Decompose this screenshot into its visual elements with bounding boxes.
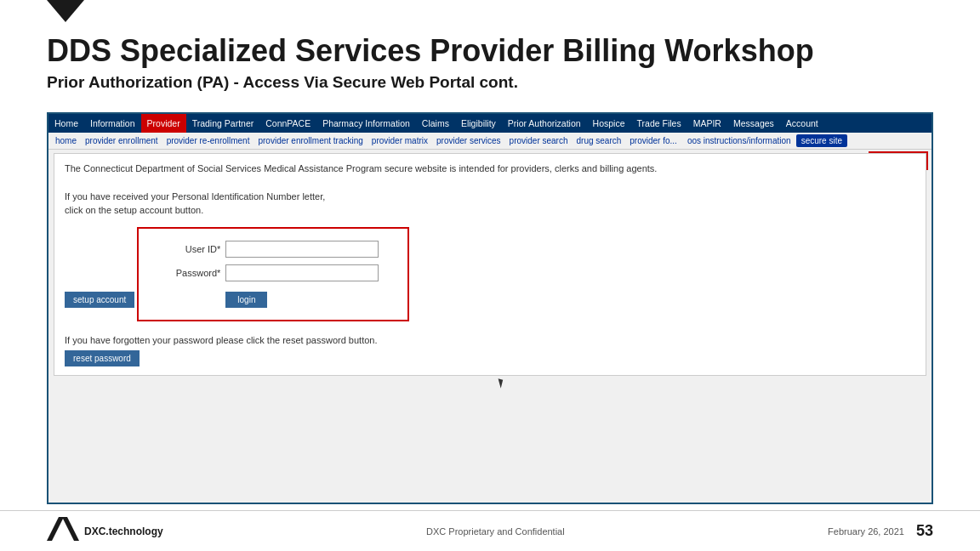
subnav-provider-services[interactable]: provider services bbox=[433, 135, 504, 146]
nav-top-wrapper: Home Information Provider Trading Partne… bbox=[48, 114, 932, 150]
subnav-provider-search[interactable]: provider search bbox=[506, 135, 572, 146]
logo-mark bbox=[47, 517, 79, 546]
nav-top-bar: Home Information Provider Trading Partne… bbox=[48, 114, 932, 133]
nav-item-trading-partner[interactable]: Trading Partner bbox=[186, 114, 260, 133]
userid-row: User ID* bbox=[152, 241, 394, 258]
footer-page-number: 53 bbox=[916, 522, 933, 540]
slide-container: DDS Specialized Services Provider Billin… bbox=[0, 0, 980, 551]
nav-item-information[interactable]: Information bbox=[84, 114, 141, 133]
setup-account-button[interactable]: setup account bbox=[65, 292, 134, 308]
logo-text: DXC.technology bbox=[84, 525, 163, 537]
nav-item-account[interactable]: Account bbox=[780, 114, 824, 133]
subnav-drug-search[interactable]: drug search bbox=[573, 135, 625, 146]
svg-marker-1 bbox=[62, 517, 79, 541]
sub-title: Prior Authorization (PA) - Access Via Se… bbox=[47, 73, 933, 92]
subnav-enrollment-tracking[interactable]: provider enrollment tracking bbox=[254, 135, 366, 146]
subnav-oos[interactable]: oos instructions/information bbox=[684, 135, 795, 146]
nav-item-messages[interactable]: Messages bbox=[727, 114, 780, 133]
password-label: Password* bbox=[152, 268, 220, 278]
userid-label: User ID* bbox=[152, 244, 220, 254]
subnav-provider-matrix[interactable]: provider matrix bbox=[368, 135, 431, 146]
nav-item-claims[interactable]: Claims bbox=[416, 114, 455, 133]
top-triangle-icon bbox=[47, 0, 84, 22]
svg-marker-0 bbox=[47, 517, 64, 541]
nav-item-connpace[interactable]: ConnPACE bbox=[259, 114, 316, 133]
cursor-pointer-icon bbox=[499, 378, 513, 391]
nav-item-mapir[interactable]: MAPIR bbox=[687, 114, 727, 133]
footer-right: February 26, 2021 53 bbox=[828, 522, 933, 540]
userid-input[interactable] bbox=[225, 241, 379, 258]
title-section: DDS Specialized Services Provider Billin… bbox=[47, 34, 933, 92]
nav-item-home[interactable]: Home bbox=[48, 114, 84, 133]
forgot-text: If you have forgotten your password plea… bbox=[65, 335, 915, 345]
nav-item-eligibility[interactable]: Eligibility bbox=[455, 114, 502, 133]
content-paragraph-2: If you have received your Personal Ident… bbox=[65, 190, 915, 217]
main-content-area: The Connecticut Department of Social Ser… bbox=[54, 153, 926, 376]
login-form-button[interactable]: login bbox=[225, 292, 267, 308]
footer-logo: DXC.technology bbox=[47, 517, 163, 546]
subnav-provider-enrollment[interactable]: provider enrollment bbox=[82, 135, 162, 146]
main-title: DDS Specialized Services Provider Billin… bbox=[47, 34, 933, 68]
screenshot-box: Home Information Provider Trading Partne… bbox=[47, 112, 933, 504]
nav-item-pharmacy[interactable]: Pharmacy Information bbox=[316, 114, 416, 133]
nav-item-trade-files[interactable]: Trade Files bbox=[631, 114, 687, 133]
subnav-home[interactable]: home bbox=[52, 135, 80, 146]
reset-password-button[interactable]: reset password bbox=[65, 350, 140, 366]
login-btn-row: login bbox=[152, 288, 394, 308]
nav-sub-bar: home provider enrollment provider re-enr… bbox=[48, 133, 932, 150]
password-input[interactable] bbox=[225, 264, 379, 281]
footer-date: February 26, 2021 bbox=[828, 526, 904, 537]
footer-center-text: DXC Proprietary and Confidential bbox=[426, 526, 565, 537]
password-row: Password* bbox=[152, 264, 394, 281]
forgot-section: If you have forgotten your password plea… bbox=[65, 335, 915, 366]
subnav-secure-site[interactable]: secure site bbox=[796, 134, 847, 147]
content-paragraph-1: The Connecticut Department of Social Ser… bbox=[65, 162, 915, 175]
nav-item-prior-auth[interactable]: Prior Authorization bbox=[502, 114, 587, 133]
nav-item-provider[interactable]: Provider bbox=[141, 114, 186, 133]
subnav-provider-fo[interactable]: provider fo... bbox=[626, 135, 681, 146]
footer: DXC.technology DXC Proprietary and Confi… bbox=[0, 510, 980, 551]
nav-item-hospice[interactable]: Hospice bbox=[587, 114, 631, 133]
subnav-provider-reenrollment[interactable]: provider re-enrollment bbox=[163, 135, 254, 146]
login-form-box: User ID* Password* login bbox=[137, 227, 409, 321]
